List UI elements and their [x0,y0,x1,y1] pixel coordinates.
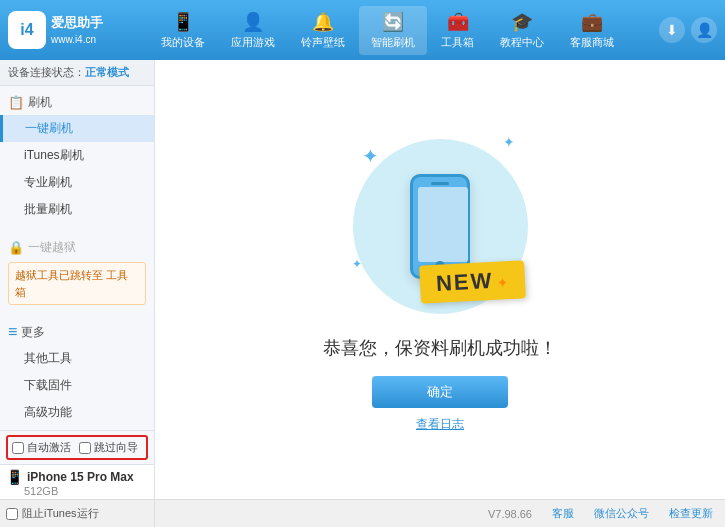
status-bar: 设备连接状态： 正常模式 [0,60,154,86]
sidebar-item-batch[interactable]: 批量刷机 [0,196,154,223]
sidebar-section-jailbreak: 🔒 一键越狱 越狱工具已跳转至 工具箱 [0,231,154,311]
sidebar-group-header-jailbreak: 🔒 一键越狱 [0,235,154,260]
sparkle-icon-1: ✦ [362,144,379,168]
nav-item-my-device[interactable]: 📱 我的设备 [149,6,217,55]
version-info: V7.98.66 [488,508,532,520]
checkbox-outline-box: 自动激活 跳过向导 [6,435,148,460]
sidebar-item-download-firmware[interactable]: 下载固件 [0,372,154,399]
bottom-bar: 阻止iTunes运行 V7.98.66 客服 微信公众号 检查更新 [0,499,725,527]
main-area: 设备连接状态： 正常模式 📋 刷机 一键刷机 iTunes刷机 专业刷机 批量刷… [0,60,725,499]
logo-icon: i4 [8,11,46,49]
logo: i4 爱思助手 www.i4.cn [8,11,108,49]
ringtone-icon: 🔔 [312,11,334,33]
app-games-icon: 👤 [242,11,264,33]
sidebar-group-header-more: ≡ 更多 [0,319,154,345]
phone-speaker [431,182,449,185]
jailbreak-warning: 越狱工具已跳转至 工具箱 [8,262,146,305]
footer-link-wechat[interactable]: 微信公众号 [594,506,649,521]
header-actions: ⬇ 👤 [659,17,717,43]
sparkle-icon-2: ✦ [503,134,515,150]
stop-itunes-checkbox[interactable] [6,508,18,520]
view-log-link[interactable]: 查看日志 [416,416,464,433]
sidebar-item-yijian[interactable]: 一键刷机 [0,115,154,142]
footer-link-update[interactable]: 检查更新 [669,506,713,521]
phone-screen [418,187,468,262]
service-icon: 💼 [581,11,603,33]
skip-guide-checkbox[interactable] [79,442,91,454]
status-value: 正常模式 [85,65,129,80]
device-storage: 512GB [24,485,148,497]
sparkle-icon-3: ✦ [352,257,362,271]
flash-section-icon: 📋 [8,95,24,110]
confirm-button[interactable]: 确定 [372,376,508,408]
new-banner: NEW ✦ [419,260,526,303]
phone-illustration: NEW ✦ ✦ ✦ ✦ [340,126,540,326]
success-message: 恭喜您，保资料刷机成功啦！ [323,336,557,360]
more-section-icon: ≡ [8,323,17,341]
nav-item-tools[interactable]: 🧰 工具箱 [429,6,486,55]
checkbox-section: 自动激活 跳过向导 [0,430,154,464]
new-sparkle: ✦ [497,274,510,291]
nav-item-smart-flash[interactable]: 🔄 智能刷机 [359,6,427,55]
stop-itunes-label: 阻止iTunes运行 [22,506,99,521]
nav-item-ringtone[interactable]: 🔔 铃声壁纸 [289,6,357,55]
phone-icon: 📱 [6,469,23,485]
device-type: iPhone [24,497,148,499]
my-device-icon: 📱 [172,11,194,33]
smart-flash-icon: 🔄 [382,11,404,33]
sidebar-section-more: ≡ 更多 其他工具 下载固件 高级功能 [0,315,154,430]
header: i4 爱思助手 www.i4.cn 📱 我的设备 👤 应用游戏 🔔 铃声壁纸 🔄… [0,0,725,60]
device-name-row: 📱 iPhone 15 Pro Max [6,469,148,485]
device-info: 📱 iPhone 15 Pro Max 512GB iPhone [0,464,154,499]
sidebar: 设备连接状态： 正常模式 📋 刷机 一键刷机 iTunes刷机 专业刷机 批量刷… [0,60,155,499]
logo-url: www.i4.cn [51,32,103,47]
new-text: NEW [436,268,495,296]
download-btn[interactable]: ⬇ [659,17,685,43]
sidebar-item-other-tools[interactable]: 其他工具 [0,345,154,372]
tutorials-icon: 🎓 [511,11,533,33]
auto-activate-checkbox[interactable] [12,442,24,454]
sidebar-item-itunes[interactable]: iTunes刷机 [0,142,154,169]
stop-itunes-section: 阻止iTunes运行 [0,500,155,527]
tools-icon: 🧰 [447,11,469,33]
lock-icon: 🔒 [8,240,24,255]
nav-item-service[interactable]: 💼 客服商城 [558,6,626,55]
auto-activate-label[interactable]: 自动激活 [12,440,71,455]
sidebar-item-pro[interactable]: 专业刷机 [0,169,154,196]
user-btn[interactable]: 👤 [691,17,717,43]
sidebar-group-header-flash: 📋 刷机 [0,90,154,115]
device-name: iPhone 15 Pro Max [27,470,134,484]
nav-item-app-games[interactable]: 👤 应用游戏 [219,6,287,55]
logo-title: 爱思助手 [51,13,103,33]
footer-right: V7.98.66 客服 微信公众号 检查更新 [155,506,725,521]
skip-guide-label[interactable]: 跳过向导 [79,440,138,455]
nav-bar: 📱 我的设备 👤 应用游戏 🔔 铃声壁纸 🔄 智能刷机 🧰 工具箱 🎓 教程中心… [116,6,659,55]
nav-item-tutorials[interactable]: 🎓 教程中心 [488,6,556,55]
footer-link-service[interactable]: 客服 [552,506,574,521]
sidebar-section-flash: 📋 刷机 一键刷机 iTunes刷机 专业刷机 批量刷机 [0,86,154,227]
sidebar-item-advanced[interactable]: 高级功能 [0,399,154,426]
content-area: NEW ✦ ✦ ✦ ✦ 恭喜您，保资料刷机成功啦！ 确定 查看日志 [155,60,725,499]
